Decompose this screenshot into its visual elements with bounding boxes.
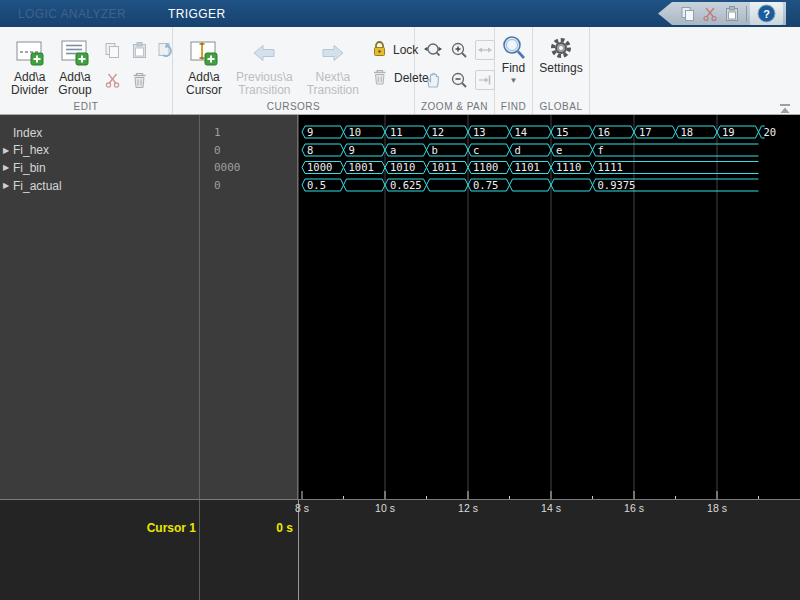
zoom-in-x-button[interactable] <box>420 35 446 65</box>
find-button[interactable]: Find ▼ <box>495 35 532 85</box>
svg-text:16: 16 <box>598 126 611 138</box>
svg-text:19: 19 <box>722 126 735 138</box>
add-cursor-button[interactable]: Add\a Cursor <box>183 35 225 97</box>
section-label-find: FIND <box>495 101 532 112</box>
expand-triangle-icon[interactable]: ▶ <box>3 181 13 190</box>
time-axis-tick-label: 12 s <box>458 502 478 514</box>
cursor-name-label: Cursor 1 <box>0 521 196 535</box>
svg-text:0.5: 0.5 <box>307 179 326 191</box>
section-label-zoom-pan: ZOOM & PAN <box>415 101 494 112</box>
signal-value: 1 <box>200 124 297 142</box>
svg-text:9: 9 <box>307 126 313 138</box>
signal-value: 0 <box>200 142 297 160</box>
add-group-icon <box>60 35 90 71</box>
waveform-canvas: 9101112131415161718192089abcdef100010011… <box>299 115 800 500</box>
add-group-button[interactable]: Add\a Group <box>55 35 94 97</box>
svg-text:1100: 1100 <box>473 161 498 173</box>
zoom-in-button[interactable] <box>446 35 472 65</box>
signal-values-panel: 1 0 0000 0 <box>200 115 298 500</box>
qat-separator <box>746 6 747 22</box>
svg-text:14: 14 <box>515 126 528 138</box>
signal-row-fi-actual[interactable]: ▶ Fi_actual <box>0 177 199 195</box>
svg-text:f: f <box>598 144 604 156</box>
ribbon-section-find: Find ▼ FIND <box>495 27 533 114</box>
time-axis-tick-label: 18 s <box>707 502 727 514</box>
svg-text:c: c <box>473 144 479 156</box>
time-axis-tick-label: 14 s <box>541 502 561 514</box>
signal-row-index[interactable]: Index <box>0 124 199 142</box>
svg-text:10: 10 <box>349 126 362 138</box>
svg-text:1111: 1111 <box>598 161 623 173</box>
next-transition-icon <box>320 35 346 71</box>
signal-name: Index <box>13 126 42 140</box>
axis-and-cursor-panel: 8 s10 s12 s14 s16 s18 s Cursor 1 0 s <box>0 499 800 600</box>
svg-text:1001: 1001 <box>349 161 374 173</box>
settings-label: Settings <box>539 61 582 75</box>
section-label-cursors: CURSORS <box>173 101 414 112</box>
waveform-plot-area[interactable]: 9101112131415161718192089abcdef100010011… <box>299 115 800 500</box>
copy-icon <box>99 35 126 65</box>
pan-button[interactable] <box>420 65 446 95</box>
svg-text:0.75: 0.75 <box>473 179 498 191</box>
ribbon-filler <box>590 27 800 114</box>
svg-text:1010: 1010 <box>390 161 415 173</box>
zoom-out-icon <box>450 71 469 89</box>
tab-trigger[interactable]: TRIGGER <box>168 7 225 21</box>
signal-name: Fi_bin <box>13 161 46 175</box>
svg-text:b: b <box>432 144 438 156</box>
svg-text:1000: 1000 <box>307 161 332 173</box>
find-icon <box>501 35 527 61</box>
next-transition-label-2: Transition <box>307 84 359 97</box>
ribbon-section-cursors: Add\a Cursor Previous\a Transition Next\… <box>173 27 415 114</box>
add-cursor-icon <box>189 35 219 71</box>
zoom-out-button[interactable] <box>446 65 472 95</box>
ribbon-section-zoom-pan: ZOOM & PAN <box>415 27 495 114</box>
svg-text:d: d <box>515 144 521 156</box>
svg-text:8: 8 <box>307 144 313 156</box>
previous-transition-button: Previous\a Transition <box>233 35 296 97</box>
ribbon-section-global: Settings GLOBAL <box>533 27 590 114</box>
add-divider-label-2: Divider <box>11 84 48 97</box>
svg-text:9: 9 <box>349 144 355 156</box>
signal-value: 0 <box>200 177 297 195</box>
cursor-value-label: 0 s <box>200 521 293 535</box>
paste-icon[interactable] <box>721 4 743 24</box>
expand-triangle-icon[interactable]: ▶ <box>3 146 13 155</box>
titlebar: LOGIC ANALYZER TRIGGER ? <box>0 0 800 27</box>
add-divider-button[interactable]: Add\a Divider <box>8 35 51 97</box>
copy-icon[interactable] <box>677 4 699 24</box>
help-icon: ? <box>757 4 776 23</box>
section-label-global: GLOBAL <box>533 101 589 112</box>
add-group-label-2: Group <box>58 84 91 97</box>
next-transition-button: Next\a Transition <box>304 35 362 97</box>
svg-text:e: e <box>556 144 562 156</box>
signal-row-fi-bin[interactable]: ▶ Fi_bin <box>0 159 199 177</box>
help-button[interactable]: ? <box>750 2 783 25</box>
tab-logic-analyzer[interactable]: LOGIC ANALYZER <box>18 7 126 21</box>
lock-icon <box>372 40 387 60</box>
settings-gear-icon <box>548 35 574 61</box>
ribbon-section-edit: Add\a Divider Add\a Group <box>0 27 173 114</box>
fit-to-view-icon <box>475 40 495 60</box>
collapse-ribbon-icon[interactable] <box>778 100 792 111</box>
signal-name: Fi_hex <box>13 143 49 157</box>
panel-divider <box>298 500 299 600</box>
signal-row-fi-hex[interactable]: ▶ Fi_hex <box>0 142 199 160</box>
delete-icon <box>372 69 388 88</box>
quick-access-toolbar: ? <box>658 2 786 25</box>
time-axis-tick-label: 16 s <box>624 502 644 514</box>
svg-text:a: a <box>390 144 396 156</box>
cut-icon <box>99 65 126 95</box>
svg-text:15: 15 <box>556 126 569 138</box>
svg-text:12: 12 <box>432 126 445 138</box>
expand-triangle-icon[interactable]: ▶ <box>3 163 13 172</box>
svg-text:17: 17 <box>639 126 652 138</box>
cut-icon[interactable] <box>699 4 721 24</box>
svg-text:1110: 1110 <box>556 161 581 173</box>
previous-transition-icon <box>251 35 277 71</box>
panel-divider <box>199 500 200 600</box>
svg-text:?: ? <box>763 8 770 20</box>
waveform-workspace: Index ▶ Fi_hex ▶ Fi_bin ▶ Fi_actual 1 0 … <box>0 115 800 500</box>
settings-button[interactable]: Settings <box>533 35 589 75</box>
time-axis-tick-label: 8 s <box>295 502 309 514</box>
